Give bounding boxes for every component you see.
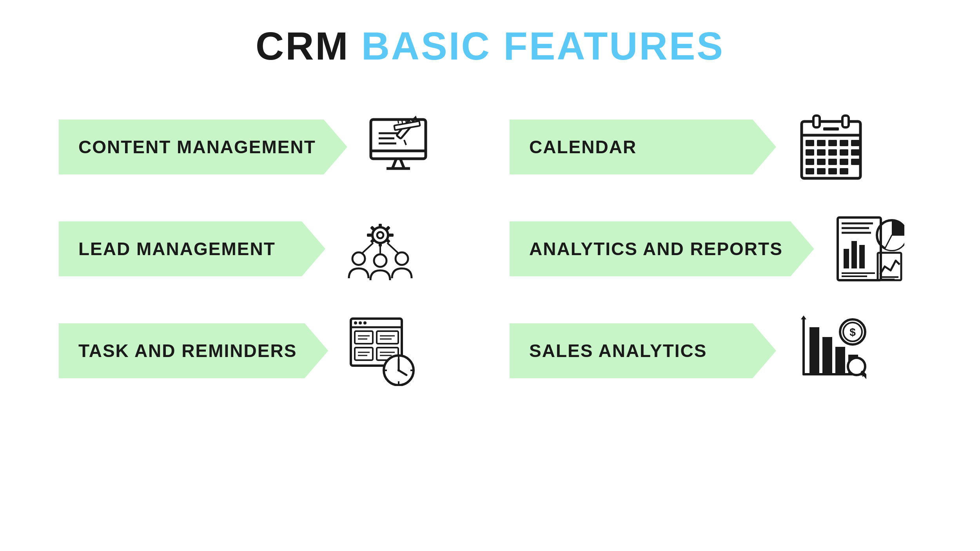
- features-grid: CONTENT MANAGEMENT: [59, 108, 921, 390]
- task-reminders-label: TASK AND REMINDERS: [59, 323, 328, 378]
- analytics-reports-icon-container: [830, 210, 908, 288]
- svg-rect-58: [851, 241, 857, 268]
- svg-rect-36: [806, 168, 814, 174]
- lead-management-icon-container: [341, 210, 419, 288]
- lead-management-label: LEAD MANAGEMENT: [59, 221, 325, 276]
- svg-rect-22: [817, 140, 826, 146]
- svg-rect-75: [377, 331, 398, 344]
- feature-sales-analytics: SALES ANALYTICS $: [510, 312, 921, 390]
- calendar-text: CALENDAR: [529, 136, 637, 158]
- feature-task-reminders: TASK AND REMINDERS: [59, 312, 470, 390]
- page-header: CRM BASIC FEATURES: [256, 24, 724, 69]
- svg-rect-42: [379, 224, 382, 228]
- feature-lead-management: LEAD MANAGEMENT: [59, 210, 470, 288]
- svg-rect-45: [389, 234, 394, 237]
- lead-management-text: LEAD MANAGEMENT: [78, 238, 276, 259]
- svg-rect-74: [355, 331, 373, 344]
- svg-rect-23: [828, 140, 837, 146]
- svg-rect-18: [813, 116, 820, 127]
- svg-rect-26: [806, 149, 814, 156]
- svg-marker-97: [801, 315, 806, 319]
- content-management-label: CONTENT MANAGEMENT: [59, 120, 347, 174]
- svg-line-14: [406, 121, 406, 123]
- svg-rect-30: [851, 149, 860, 156]
- svg-point-51: [374, 254, 387, 267]
- feature-content-management: CONTENT MANAGEMENT: [59, 108, 470, 186]
- svg-rect-21: [806, 140, 814, 146]
- svg-line-10: [404, 140, 406, 145]
- header-crm: CRM: [256, 24, 350, 69]
- svg-line-3: [400, 159, 404, 169]
- svg-rect-98: [809, 327, 819, 374]
- svg-point-50: [352, 252, 365, 265]
- svg-rect-76: [355, 348, 373, 360]
- content-management-text: CONTENT MANAGEMENT: [78, 136, 316, 158]
- svg-point-72: [359, 321, 362, 324]
- analytics-reports-text: ANALYTICS AND REPORTS: [529, 238, 783, 259]
- task-reminders-text: TASK AND REMINDERS: [78, 340, 297, 361]
- analytics-reports-label: ANALYTICS AND REPORTS: [510, 221, 814, 276]
- svg-rect-34: [840, 159, 848, 165]
- svg-rect-44: [367, 234, 372, 237]
- svg-rect-24: [840, 140, 848, 146]
- svg-rect-59: [859, 245, 865, 268]
- team-gear-icon: [345, 214, 416, 284]
- svg-rect-29: [840, 149, 848, 156]
- content-management-icon-container: [363, 108, 441, 186]
- sales-analytics-text: SALES ANALYTICS: [529, 340, 707, 361]
- calendar-label: CALENDAR: [510, 120, 776, 174]
- sales-analytics-label: SALES ANALYTICS: [510, 323, 776, 378]
- calendar-icon: [796, 112, 866, 182]
- svg-rect-27: [817, 149, 826, 156]
- header-subtitle: BASIC FEATURES: [361, 24, 724, 69]
- task-reminders-icon-container: [344, 312, 422, 390]
- feature-calendar: CALENDAR: [510, 108, 921, 186]
- svg-rect-33: [828, 159, 837, 165]
- svg-rect-25: [851, 140, 860, 146]
- svg-line-12: [398, 121, 398, 123]
- svg-rect-39: [840, 168, 848, 174]
- svg-rect-37: [817, 168, 826, 174]
- feature-analytics-reports: ANALYTICS AND REPORTS: [510, 210, 921, 288]
- svg-point-73: [363, 321, 367, 324]
- svg-rect-32: [817, 159, 826, 165]
- chart-report-icon: [834, 214, 904, 284]
- svg-rect-28: [828, 149, 837, 156]
- sales-chart-icon: $: [796, 315, 866, 386]
- sales-analytics-icon-container: $: [792, 312, 870, 390]
- svg-rect-99: [822, 337, 832, 374]
- svg-line-15: [410, 121, 410, 123]
- calendar-icon-container: [792, 108, 870, 186]
- svg-rect-35: [851, 159, 860, 165]
- svg-rect-31: [806, 159, 814, 165]
- svg-rect-100: [835, 347, 845, 374]
- svg-rect-38: [828, 168, 837, 174]
- dashboard-clock-icon: [348, 315, 418, 386]
- svg-text:$: $: [849, 326, 856, 338]
- svg-line-2: [392, 159, 396, 169]
- svg-point-41: [377, 232, 383, 238]
- svg-line-13: [402, 121, 402, 123]
- svg-rect-19: [842, 116, 849, 127]
- svg-line-55: [387, 243, 398, 253]
- svg-rect-20: [823, 127, 839, 130]
- monitor-edit-icon: [367, 112, 437, 182]
- svg-rect-57: [844, 249, 849, 268]
- svg-line-53: [363, 243, 373, 253]
- svg-point-52: [396, 252, 408, 265]
- svg-point-71: [354, 321, 357, 324]
